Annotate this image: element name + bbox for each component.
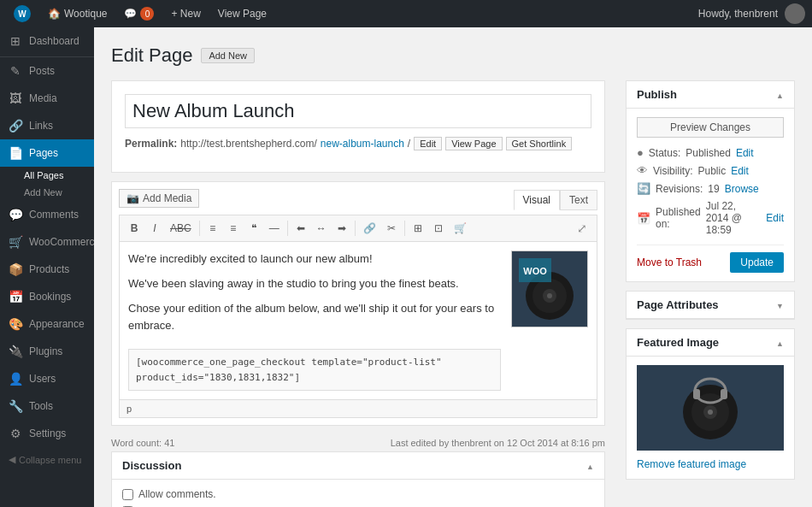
sidebar-item-label: Users [29,373,56,385]
status-edit-link[interactable]: Edit [736,147,754,159]
sidebar-item-comments[interactable]: 💬 Comments [0,201,94,228]
fullscreen-button[interactable]: ⤢ [573,219,591,238]
sidebar-item-pages[interactable]: 📄 Pages [0,139,94,167]
dashboard-icon: ⊞ [9,34,22,48]
add-new-button[interactable]: Add New [201,48,255,63]
sidebar-sub-add-new[interactable]: Add New [0,184,94,201]
sidebar-item-dashboard[interactable]: ⊞ Dashboard [0,27,94,55]
tab-visual[interactable]: Visual [514,190,560,210]
hr-button[interactable]: — [265,220,284,237]
sidebar-item-products[interactable]: 📦 Products [0,256,94,283]
editor-tabs: Visual Text [514,190,597,210]
featured-image-container[interactable] [637,365,784,451]
sidebar-sub-all-pages[interactable]: All Pages [0,167,94,184]
revisions-row: 🔄 Revisions: 19 Browse [637,182,784,195]
sidebar-item-appearance[interactable]: 🎨 Appearance [0,310,94,338]
revisions-browse-link[interactable]: Browse [725,183,759,195]
comments-icon: 💬 [9,208,22,221]
get-shortlink-button[interactable]: Get Shortlink [506,137,573,150]
sidebar-item-media[interactable]: 🖼 Media [0,85,94,112]
remove-featured-image-link[interactable]: Remove featured image [637,458,746,470]
sidebar-item-label: Pages [29,147,58,159]
discussion-box: Discussion Allow comments. Allow trackba… [111,451,605,507]
publish-content: Preview Changes ● Status: Published Edit… [627,109,794,281]
unlink-button[interactable]: ✂ [382,220,401,237]
sidebar-item-label: Settings [29,427,66,439]
sidebar-item-posts[interactable]: ✎ Posts [0,57,94,85]
settings-icon: ⚙ [9,427,22,440]
sidebar-item-settings[interactable]: ⚙ Settings [0,420,94,447]
featured-image-header[interactable]: Featured Image [627,329,794,357]
revisions-label: Revisions: [656,183,703,195]
site-name-bar[interactable]: 🏠 Wootique [41,0,114,27]
sidebar-item-links[interactable]: 🔗 Links [0,112,94,139]
toolbar-sep-1 [199,221,200,236]
svg-rect-14 [721,389,727,399]
align-left-button[interactable]: ⬅ [291,220,310,237]
align-center-button[interactable]: ↔ [312,220,331,237]
collapse-label: Collapse menu [19,455,81,465]
status-icon: ● [637,146,644,159]
page-attributes-title: Page Attributes [637,298,719,311]
ol-button[interactable]: ≡ [224,220,243,237]
add-media-button[interactable]: 📷 Add Media [119,189,199,208]
word-count: Word count: 41 [111,438,174,448]
italic-button[interactable]: I [145,220,164,237]
visibility-edit-link[interactable]: Edit [731,165,749,177]
sidebar-item-woocommerce[interactable]: 🛒 WooCommerce [0,228,94,256]
sidebar-item-users[interactable]: 👤 Users [0,365,94,392]
site-icon: 🏠 [48,8,61,20]
sidebar-item-tools[interactable]: 🔧 Tools [0,392,94,420]
blockquote-button[interactable]: ❝ [244,220,263,237]
plugins-icon: 🔌 [9,345,22,358]
bold-button[interactable]: B [125,220,144,237]
allow-comments-checkbox[interactable] [122,489,133,500]
post-title-input[interactable] [125,94,591,128]
page-attributes-header[interactable]: Page Attributes [627,292,794,319]
editor-text: We're incredibly excited to launch our n… [128,251,501,391]
wp-logo[interactable]: W [7,0,38,27]
allow-comments-label[interactable]: Allow comments. [122,488,594,500]
toolbar-sep-4 [404,221,405,236]
publish-title: Publish [637,88,677,101]
new-bar[interactable]: + New [164,0,207,27]
woo-button[interactable]: 🛒 [450,220,471,237]
posts-icon: ✎ [9,64,22,78]
insert-table-button[interactable]: ⊞ [409,220,427,237]
ul-button[interactable]: ≡ [203,220,222,237]
view-page-label: View Page [218,8,267,20]
collapse-menu[interactable]: ◀ Collapse menu [0,447,94,472]
sidebar-item-plugins[interactable]: 🔌 Plugins [0,338,94,365]
sidebar-item-label: Tools [29,400,53,412]
discussion-chevron [586,459,594,472]
strikethrough-button[interactable]: ABC [166,220,196,237]
toolbar-sep-3 [355,221,356,236]
last-edited: Last edited by thenbrent on 12 Oct 2014 … [391,438,605,448]
view-page-bar[interactable]: View Page [211,0,274,27]
move-to-trash-link[interactable]: Move to Trash [637,256,702,268]
permalink-slug[interactable]: new-album-launch [321,138,404,150]
sidebar-item-label: Plugins [29,345,62,357]
published-edit-link[interactable]: Edit [766,212,784,224]
align-right-button[interactable]: ➡ [332,220,351,237]
sidebar-item-bookings[interactable]: 📅 Bookings [0,283,94,310]
editor-body[interactable]: We're incredibly excited to launch our n… [119,241,597,400]
insert-grid-button[interactable]: ⊡ [429,220,448,237]
published-label: Published on: [656,206,701,230]
discussion-content: Allow comments. Allow trackbacks and pin… [112,480,604,507]
add-media-label: Add Media [143,192,191,204]
permalink-edit-button[interactable]: Edit [414,137,442,150]
tab-text[interactable]: Text [560,190,597,210]
discussion-header[interactable]: Discussion [112,452,604,480]
preview-button[interactable]: Preview Changes [637,117,784,138]
view-page-button[interactable]: View Page [445,137,502,150]
permalink-base: http://test.brentshepherd.com/ [180,138,316,150]
svg-point-11 [708,410,713,415]
revisions-value: 19 [708,183,719,195]
update-button[interactable]: Update [730,252,784,273]
links-icon: 🔗 [9,119,22,133]
comments-bar[interactable]: 💬 0 [117,0,161,27]
editor-container: 📷 Add Media Visual Text B I ABC [111,181,605,426]
link-button[interactable]: 🔗 [359,220,380,237]
publish-header[interactable]: Publish [627,81,794,109]
